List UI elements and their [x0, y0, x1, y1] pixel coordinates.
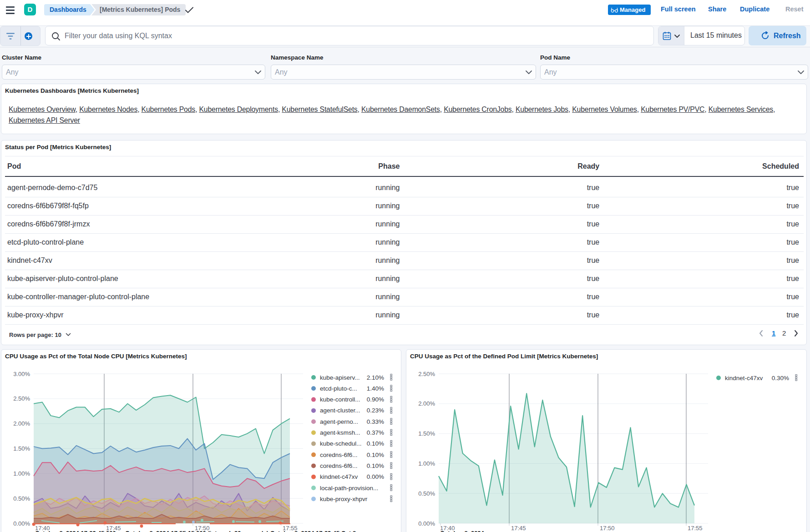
- svg-text:October 8, 2024: October 8, 2024: [440, 530, 485, 532]
- svg-text:0.10%: 0.10%: [367, 462, 384, 469]
- svg-text:0.10%: 0.10%: [367, 440, 384, 447]
- svg-text:1.40%: 1.40%: [367, 385, 384, 392]
- svg-text:2.00%: 2.00%: [418, 400, 435, 407]
- svg-text:17:50: 17:50: [600, 525, 615, 532]
- svg-text:17:55: 17:55: [688, 525, 703, 532]
- svg-text:kube-controll...: kube-controll...: [320, 396, 360, 403]
- svg-text:0.90%: 0.90%: [367, 396, 384, 403]
- svg-text:0.10%: 0.10%: [367, 452, 384, 458]
- svg-text:2.10%: 2.10%: [367, 374, 384, 381]
- svg-text:agent-cluster...: agent-cluster...: [320, 407, 360, 414]
- svg-text:17:45: 17:45: [511, 525, 526, 532]
- svg-text:1.50%: 1.50%: [13, 445, 30, 452]
- svg-text:etcd-pluto-c...: etcd-pluto-c...: [320, 385, 357, 392]
- svg-text:agent-ksmsh...: agent-ksmsh...: [320, 429, 360, 436]
- svg-text:kube-proxy-xhpvr: kube-proxy-xhpvr: [320, 496, 368, 502]
- svg-text:0.30%: 0.30%: [772, 375, 789, 381]
- svg-text:0.00%: 0.00%: [367, 473, 384, 480]
- svg-text:kube-schedul...: kube-schedul...: [320, 440, 362, 447]
- svg-text:1.00%: 1.00%: [13, 470, 30, 477]
- svg-text:coredns-6f6...: coredns-6f6...: [320, 452, 358, 458]
- svg-text:2.00%: 2.00%: [13, 420, 30, 427]
- svg-text:0.37%: 0.37%: [367, 429, 384, 436]
- svg-text:0.50%: 0.50%: [13, 495, 30, 502]
- svg-text:kindnet-c47xv: kindnet-c47xv: [725, 375, 763, 381]
- svg-text:0.33%: 0.33%: [367, 418, 384, 425]
- svg-text:1.00%: 1.00%: [418, 460, 435, 467]
- svg-text:agent-perno...: agent-perno...: [320, 418, 358, 425]
- svg-text:kindnet-c47xv: kindnet-c47xv: [320, 473, 358, 480]
- svg-text:2.50%: 2.50%: [13, 395, 30, 402]
- svg-text:0.50%: 0.50%: [418, 490, 435, 497]
- svg-text:0.00%: 0.00%: [13, 520, 30, 527]
- svg-text:October 8, 2024 17:39:45.000 —: October 8, 2024 17:39:45.000 — October 8…: [35, 530, 356, 532]
- svg-text:3.00%: 3.00%: [13, 371, 30, 377]
- svg-text:kube-apiserv...: kube-apiserv...: [320, 374, 360, 381]
- svg-text:coredns-6f6...: coredns-6f6...: [320, 462, 358, 469]
- svg-text:1.50%: 1.50%: [418, 430, 435, 437]
- svg-text:2.50%: 2.50%: [418, 371, 435, 377]
- svg-text:local-path-provision...: local-path-provision...: [320, 485, 378, 492]
- svg-text:0.23%: 0.23%: [367, 407, 384, 414]
- svg-text:0.00%: 0.00%: [418, 520, 435, 527]
